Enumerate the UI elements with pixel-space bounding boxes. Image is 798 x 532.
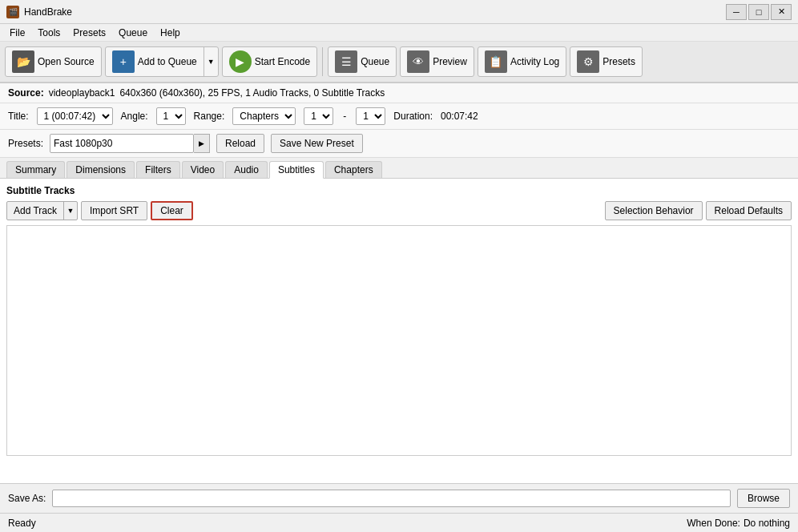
source-filename: videoplayback1: [49, 87, 115, 99]
presets-icon: ⚙: [577, 50, 599, 73]
range-select[interactable]: Chapters: [232, 107, 296, 125]
subtitle-panel: Subtitle Tracks Add Track ▼ Import SRT C…: [0, 179, 798, 469]
selection-behavior-button[interactable]: Selection Behavior: [605, 201, 703, 220]
add-to-queue-button[interactable]: + Add to Queue ▼: [105, 46, 219, 77]
status-text: Ready: [8, 518, 36, 529]
toolbar-separator-1: [322, 47, 323, 76]
chapter-to-select[interactable]: 1: [356, 107, 385, 125]
activity-log-icon: 📋: [485, 50, 507, 73]
open-source-button[interactable]: 📂 Open Source: [5, 46, 102, 77]
reload-defaults-button[interactable]: Reload Defaults: [706, 201, 792, 220]
content-wrapper: Source: videoplayback1 640x360 (640x360)…: [0, 83, 798, 532]
app-title: HandBrake: [24, 6, 72, 18]
title-label: Title:: [8, 111, 29, 122]
add-to-queue-icon: +: [112, 50, 135, 73]
subtitle-panel-title: Subtitle Tracks: [6, 185, 792, 196]
subtitle-toolbar-left: Add Track ▼ Import SRT Clear: [6, 201, 193, 220]
open-source-label: Open Source: [38, 56, 95, 67]
menu-tools[interactable]: Tools: [31, 26, 66, 40]
tab-filters[interactable]: Filters: [136, 161, 180, 178]
tab-dimensions[interactable]: Dimensions: [66, 161, 135, 178]
dash: -: [341, 111, 348, 122]
presets-button[interactable]: ⚙ Presets: [570, 46, 643, 77]
start-encode-icon: ▶: [229, 50, 252, 73]
menu-bar: File Tools Presets Queue Help: [0, 24, 798, 42]
save-new-preset-button[interactable]: Save New Preset: [271, 134, 363, 153]
browse-button[interactable]: Browse: [737, 489, 790, 508]
save-bar: Save As: Browse: [0, 483, 798, 513]
title-select[interactable]: 1 (00:07:42): [37, 107, 113, 125]
status-right: When Done: Do nothing: [687, 518, 790, 529]
app-icon: 🎬: [6, 6, 19, 18]
settings-row: Title: 1 (00:07:42) Angle: 1 Range: Chap…: [0, 103, 798, 130]
menu-help[interactable]: Help: [154, 26, 187, 40]
main-content: Subtitle Tracks Add Track ▼ Import SRT C…: [0, 179, 798, 483]
tabs-bar: Summary Dimensions Filters Video Audio S…: [0, 158, 798, 179]
preview-button[interactable]: 👁 Preview: [400, 46, 474, 77]
tab-chapters[interactable]: Chapters: [325, 161, 382, 178]
activity-log-label: Activity Log: [510, 56, 559, 67]
source-label: Source:: [8, 87, 44, 99]
start-encode-button[interactable]: ▶ Start Encode: [222, 46, 317, 77]
queue-label: Queue: [361, 56, 389, 67]
preset-select[interactable]: Fast 1080p30: [50, 134, 194, 153]
presets-label: Presets: [603, 56, 635, 67]
title-bar-left: 🎬 HandBrake: [6, 6, 72, 18]
open-source-icon: 📂: [12, 50, 34, 73]
add-track-dropdown[interactable]: ▼: [64, 202, 77, 220]
reload-button[interactable]: Reload: [216, 134, 264, 153]
add-track-button[interactable]: Add Track ▼: [6, 201, 78, 220]
tab-video[interactable]: Video: [182, 161, 224, 178]
status-bar: Ready When Done: Do nothing: [0, 513, 798, 532]
start-encode-label: Start Encode: [255, 56, 310, 67]
import-srt-button[interactable]: Import SRT: [81, 201, 147, 220]
maximize-button[interactable]: □: [748, 4, 769, 20]
menu-queue[interactable]: Queue: [112, 26, 154, 40]
tab-summary[interactable]: Summary: [6, 161, 65, 178]
add-track-main[interactable]: Add Track: [7, 202, 64, 220]
toolbar: 📂 Open Source + Add to Queue ▼ ▶ Start E…: [0, 42, 798, 83]
subtitle-toolbar: Add Track ▼ Import SRT Clear Selection B…: [6, 201, 792, 220]
range-label: Range:: [194, 111, 225, 122]
track-list-area: [6, 225, 792, 456]
duration-label: Duration:: [393, 111, 433, 122]
menu-presets[interactable]: Presets: [66, 26, 112, 40]
add-to-queue-dropdown[interactable]: ▼: [204, 47, 218, 76]
when-done-value: Do nothing: [744, 518, 790, 529]
save-as-label: Save As:: [8, 493, 46, 504]
tab-audio[interactable]: Audio: [225, 161, 268, 178]
preview-icon: 👁: [407, 50, 429, 73]
title-bar: 🎬 HandBrake ─ □ ✕: [0, 0, 798, 24]
preview-label: Preview: [433, 56, 467, 67]
when-done-label: When Done:: [687, 518, 740, 529]
menu-file[interactable]: File: [3, 26, 31, 40]
title-bar-controls: ─ □ ✕: [726, 4, 792, 20]
angle-select[interactable]: 1: [156, 107, 186, 125]
presets-label: Presets:: [8, 138, 43, 149]
queue-button[interactable]: ☰ Queue: [328, 46, 397, 77]
source-info: 640x360 (640x360), 25 FPS, 1 Audio Track…: [119, 87, 385, 99]
subtitle-toolbar-right: Selection Behavior Reload Defaults: [605, 201, 792, 220]
angle-label: Angle:: [121, 111, 148, 122]
minimize-button[interactable]: ─: [726, 4, 747, 20]
tab-subtitles[interactable]: Subtitles: [269, 161, 324, 179]
duration-value: 00:07:42: [441, 111, 478, 122]
preset-arrow-button[interactable]: ▶: [194, 134, 210, 153]
queue-icon: ☰: [335, 50, 357, 73]
presets-row: Presets: Fast 1080p30 ▶ Reload Save New …: [0, 130, 798, 158]
source-bar: Source: videoplayback1 640x360 (640x360)…: [0, 83, 798, 103]
add-to-queue-label: Add to Queue: [138, 56, 197, 67]
close-button[interactable]: ✕: [771, 4, 792, 20]
preset-select-wrap: Fast 1080p30 ▶: [50, 134, 210, 153]
chapter-from-select[interactable]: 1: [304, 107, 333, 125]
clear-button[interactable]: Clear: [151, 201, 193, 220]
activity-log-button[interactable]: 📋 Activity Log: [478, 46, 566, 77]
save-as-input[interactable]: [52, 490, 731, 507]
add-to-queue-main[interactable]: + Add to Queue: [106, 47, 204, 76]
